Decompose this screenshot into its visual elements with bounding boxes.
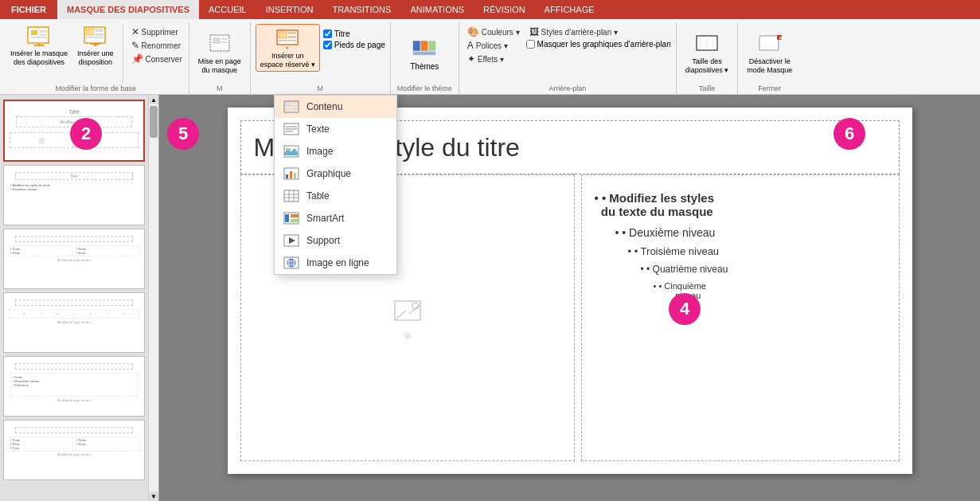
- renommer-icon: ✎: [131, 40, 139, 51]
- svg-marker-66: [289, 237, 295, 244]
- renommer-button[interactable]: ✎ Renommer: [128, 39, 185, 52]
- checkbox-pieds[interactable]: Pieds de page: [323, 40, 385, 50]
- pieds-checkbox[interactable]: [323, 41, 332, 49]
- taille-label: Taille desdiapositives ▾: [685, 57, 729, 75]
- graphique-icon: [283, 166, 300, 181]
- tab-animations[interactable]: ANIMATIONS: [400, 0, 474, 19]
- inserer-espace-label: Insérer unespace réservé ▾: [260, 52, 315, 69]
- slide-bottom-right[interactable]: • Modifiez les styles du texte du masque…: [581, 174, 900, 461]
- svg-rect-6: [38, 43, 40, 45]
- svg-rect-15: [213, 38, 220, 43]
- group-label-fermer: Fermer: [758, 84, 781, 94]
- bullet-item-1: • Modifiez les styles du texte du masque: [595, 191, 886, 218]
- inserer-espace-icon: [275, 26, 300, 52]
- dropdown-item-contenu[interactable]: Contenu: [275, 96, 396, 118]
- supprimer-icon: ✕: [131, 26, 139, 37]
- svg-rect-13: [91, 43, 100, 45]
- slide-thumb-2[interactable]: Titre • Modifiez les styles du texte• De…: [3, 165, 145, 225]
- styles-arriere-label: Styles d'arrière-plan ▾: [541, 28, 618, 37]
- fermer-masque-icon: ✕: [757, 32, 783, 57]
- mise-en-page-button[interactable]: Mise en pagedu masque: [194, 30, 245, 76]
- svg-rect-22: [279, 40, 296, 41]
- tab-revision[interactable]: RÉVISION: [474, 0, 535, 19]
- polices-label: Polices ▾: [476, 41, 508, 50]
- supprimer-button[interactable]: ✕ Supprimer: [128, 25, 185, 38]
- inserer-espace-button[interactable]: Insérer unespace réservé ▾: [256, 24, 320, 72]
- slides-panel: Titre Modifiez le style ⊞ • Texte• Deuxi…: [0, 95, 159, 501]
- bullet-item-5: • Cinquième niveau: [646, 281, 886, 300]
- svg-rect-43: [285, 108, 298, 110]
- scroll-up-arrow[interactable]: ▲: [149, 95, 158, 104]
- svg-rect-20: [288, 32, 296, 34]
- svg-rect-17: [221, 41, 228, 43]
- placeholder-icon: ⊞: [392, 296, 424, 340]
- svg-rect-26: [429, 41, 436, 50]
- slide-thumb-1[interactable]: Titre Modifiez le style ⊞ • Texte• Deuxi…: [3, 100, 145, 162]
- svg-rect-25: [421, 41, 428, 50]
- slide-thumb-5[interactable]: • Texte• Deuxième niveau• Troisième Modi…: [3, 356, 145, 417]
- texte-icon: [283, 122, 300, 136]
- couleurs-label: Couleurs ▾: [482, 28, 520, 37]
- titre-checkbox[interactable]: [323, 29, 332, 38]
- taille-button[interactable]: Taille desdiapositives ▾: [681, 30, 733, 76]
- fermer-masque-button[interactable]: ✕ Désactiver lemode Masque: [743, 30, 796, 76]
- tab-transitions[interactable]: TRANSITIONS: [322, 0, 400, 19]
- masquer-graphiques-check[interactable]: Masquer les graphiques d'arrière-plan: [526, 39, 671, 49]
- inserer-masque-label: Insérer le masquedes diapositives: [10, 49, 68, 67]
- dropdown-item-texte[interactable]: Texte: [275, 118, 396, 140]
- styles-arriere-button[interactable]: 🖼 Styles d'arrière-plan ▾: [526, 25, 671, 38]
- graphique-label: Graphique: [306, 168, 351, 179]
- dropdown-item-support[interactable]: Support: [275, 229, 396, 252]
- conserver-button[interactable]: 📌 Conserver: [128, 53, 185, 65]
- scroll-thumb[interactable]: [150, 106, 158, 138]
- masquer-graphiques-checkbox[interactable]: [526, 40, 535, 49]
- tab-affichage[interactable]: AFFICHAGE: [535, 0, 604, 19]
- themes-label: Thèmes: [410, 62, 439, 71]
- dropdown-item-smartart[interactable]: SmartArt: [275, 207, 396, 229]
- tab-insertion[interactable]: INSERTION: [256, 0, 323, 19]
- dropdown-item-graphique[interactable]: Graphique: [275, 162, 396, 185]
- image-label: Image: [306, 146, 333, 157]
- svg-rect-12: [94, 45, 97, 46]
- scroll-down-arrow[interactable]: ▼: [149, 491, 158, 501]
- effets-icon: ✦: [467, 53, 475, 65]
- themes-icon: [412, 37, 437, 62]
- effets-button[interactable]: ✦ Effets ▾: [464, 53, 523, 65]
- dropdown-item-image[interactable]: Image: [275, 140, 396, 162]
- svg-rect-16: [221, 38, 228, 40]
- slide-thumb-3[interactable]: • Texte• Deux • Texte• Deux Modifiez le …: [3, 229, 145, 289]
- svg-rect-32: [759, 36, 779, 50]
- svg-rect-63: [291, 214, 299, 217]
- checkbox-titre[interactable]: Titre: [323, 29, 385, 39]
- svg-rect-11: [86, 37, 103, 38]
- tab-masque[interactable]: MASQUE DES DIAPOSITIVES: [57, 0, 199, 19]
- renommer-label: Renommer: [142, 41, 181, 50]
- slide-thumb-6[interactable]: • Texte• Deux• Trois • Texte• Deux Modif…: [3, 420, 145, 480]
- support-label: Support: [306, 235, 340, 246]
- inserer-masque-button[interactable]: Insérer le masquedes diapositives: [6, 22, 72, 68]
- couleurs-icon: 🎨: [467, 26, 479, 37]
- couleurs-button[interactable]: 🎨 Couleurs ▾: [464, 25, 523, 38]
- svg-rect-55: [294, 173, 296, 178]
- svg-line-36: [395, 311, 406, 320]
- themes-button[interactable]: Thèmes: [405, 35, 443, 72]
- tab-accueil[interactable]: ACCUEIL: [199, 0, 256, 19]
- smartart-label: SmartArt: [306, 213, 344, 224]
- contenu-label: Contenu: [306, 101, 342, 112]
- bullet-item-2: • Deuxième niveau: [607, 226, 886, 239]
- polices-button[interactable]: A Polices ▾: [464, 39, 523, 52]
- slide-thumb-4[interactable]: ⊞ ⊞ ⊞ ⊞ Modifiez le style du titre: [3, 292, 145, 353]
- dropdown-menu: Contenu Texte Image: [274, 95, 397, 275]
- styles-arriere-icon: 🖼: [529, 26, 539, 37]
- svg-rect-27: [413, 51, 435, 54]
- inserer-disposition-icon: [83, 24, 108, 49]
- fermer-masque-label: Désactiver lemode Masque: [747, 57, 792, 75]
- bullet-list: • Modifiez les styles du texte du masque…: [595, 191, 886, 300]
- dropdown-item-image-en-ligne[interactable]: Image en ligne: [275, 252, 396, 274]
- svg-rect-10: [96, 33, 103, 36]
- smartart-icon: [283, 211, 300, 225]
- inserer-disposition-button[interactable]: Insérer unedisposition: [73, 22, 118, 68]
- svg-rect-8: [86, 29, 94, 35]
- tab-fichier[interactable]: FICHIER: [0, 0, 57, 19]
- dropdown-item-table[interactable]: Table: [275, 185, 396, 207]
